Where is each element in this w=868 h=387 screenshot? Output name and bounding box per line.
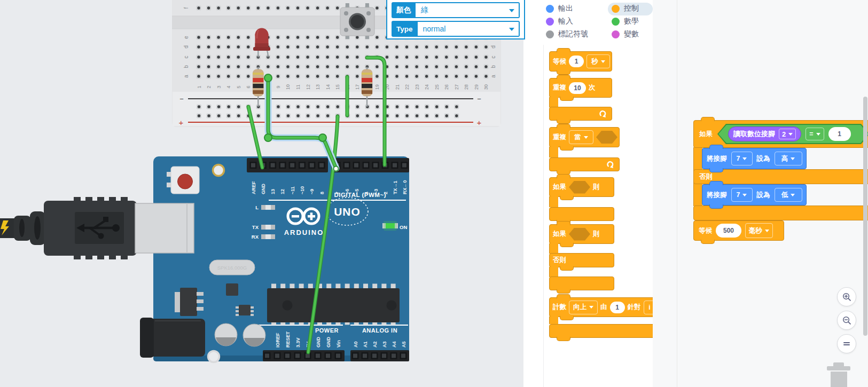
category-control[interactable]: 控制 [612, 3, 639, 14]
rail-minus-symbol: − [477, 95, 481, 103]
svg-text:13: 13 [315, 84, 320, 90]
svg-text:3: 3 [216, 85, 222, 88]
wire-vertex[interactable] [319, 134, 326, 141]
palette-repeat-while-block[interactable]: 重複 當 [549, 127, 620, 147]
svg-text:30: 30 [483, 84, 489, 90]
palette-wait-block[interactable]: 等候 1 秒 [549, 51, 612, 72]
color-property-label: 顏色 [392, 2, 416, 18]
category-variables[interactable]: 變數 [612, 28, 639, 40]
svg-text:12: 12 [280, 189, 285, 194]
wait-value-input[interactable]: 500 [716, 224, 741, 238]
wire-vertex[interactable] [264, 134, 272, 141]
while-dropdown[interactable]: 當 [569, 130, 593, 144]
dropdown-caret-icon [509, 9, 514, 12]
svg-text:17: 17 [355, 84, 360, 90]
zoom-in-button[interactable] [837, 287, 856, 306]
color-dropdown[interactable]: 綠 [416, 2, 520, 18]
svg-text:~11: ~11 [290, 186, 295, 194]
empty-condition-slot[interactable] [569, 181, 590, 194]
category-dot [546, 30, 554, 38]
variable-dropdown[interactable]: i [644, 301, 653, 314]
pushbutton[interactable] [340, 3, 374, 39]
pin-dropdown[interactable]: 7 [731, 152, 753, 165]
category-output[interactable]: 輸出 [546, 3, 573, 14]
svg-text:c: c [183, 56, 189, 59]
operator-dropdown[interactable]: = [806, 128, 824, 140]
direction-dropdown[interactable]: 向上 [569, 301, 598, 314]
trash-icon [833, 362, 844, 366]
svg-text:RESET: RESET [285, 331, 291, 347]
palette-if-else-block[interactable]: 如果 則 [549, 224, 614, 244]
unit-dropdown[interactable]: 秒 [587, 54, 610, 68]
category-math[interactable]: 數學 [612, 15, 639, 27]
svg-text:a: a [490, 75, 496, 78]
pin-dropdown[interactable]: 2 [779, 129, 796, 139]
empty-condition-slot[interactable] [596, 131, 617, 144]
dropdown-caret-icon [791, 157, 795, 160]
wire-vertex[interactable] [264, 74, 272, 82]
type-property-label: Type [392, 21, 418, 37]
read-digital-pin-block[interactable]: 讀取數位接腳 2 [728, 127, 801, 141]
svg-text:A5: A5 [401, 341, 406, 347]
vertical-scrollbar[interactable] [863, 97, 867, 336]
condition-hexagon[interactable]: 讀取數位接腳 2 = 1 [717, 124, 868, 144]
svg-text:25: 25 [434, 84, 440, 90]
set-pin-low-block[interactable]: 將接腳 7 設為 低 [702, 184, 807, 206]
svg-text:12: 12 [306, 84, 311, 90]
svg-text:A4: A4 [392, 341, 397, 347]
zoom-reset-button[interactable] [837, 334, 856, 353]
svg-text:GND: GND [326, 337, 331, 348]
usb-cable[interactable] [0, 197, 137, 259]
svg-text:2: 2 [206, 85, 212, 88]
block-palette: 輸出 輸入 標記符號 控制 數學 變數 等候 1 秒 重複 10 次 [523, 0, 653, 387]
led-l-label: L [255, 204, 259, 210]
palette-repeat-while-arm[interactable] [549, 157, 620, 171]
unit-dropdown[interactable]: 毫秒 [745, 223, 773, 238]
set-pin-high-block[interactable]: 將接腳 7 設為 高 [702, 148, 807, 169]
svg-text:~9: ~9 [309, 189, 315, 194]
svg-text:23: 23 [415, 84, 420, 90]
palette-repeat-block[interactable]: 重複 10 次 [549, 78, 612, 98]
else-label: 否則 [699, 172, 713, 181]
category-dot [612, 18, 620, 26]
if-block-header[interactable]: 如果 讀取數位接腳 2 = 1 [693, 120, 868, 148]
rail-plus-symbol: + [477, 118, 482, 127]
category-input[interactable]: 輸入 [546, 15, 573, 27]
svg-text:24: 24 [424, 84, 429, 90]
arduino-uno[interactable]: AREFGND1312~11~10~987~6~54~32TX→1RX←0IOR… [135, 156, 409, 362]
loop-arrow-icon [599, 110, 607, 118]
reporter-label: 讀取數位接腳 [733, 129, 775, 139]
category-notation[interactable]: 標記符號 [546, 28, 588, 40]
color-property-row: 顏色 綠 [392, 2, 520, 18]
palette-if-block[interactable]: 如果 則 [549, 177, 614, 197]
palette-repeat-arm[interactable] [549, 107, 612, 121]
usb-chip [226, 283, 238, 296]
level-dropdown[interactable]: 高 [775, 152, 802, 165]
rail-plus-symbol: + [179, 118, 184, 127]
palette-count-arm[interactable] [549, 324, 653, 338]
category-dot [612, 5, 620, 13]
svg-text:6: 6 [246, 85, 251, 88]
wire-endpoint[interactable] [334, 167, 339, 171]
svg-text:19: 19 [374, 84, 380, 90]
palette-if-else-arm[interactable] [549, 277, 614, 290]
pin-dropdown[interactable]: 7 [731, 188, 753, 202]
wait-ms-block[interactable]: 等候 500 毫秒 [693, 220, 784, 241]
palette-else-bar[interactable]: 否則 [549, 253, 614, 267]
dropdown-caret-icon [509, 28, 514, 31]
digital-title: DIGITAL (PWM~) [334, 192, 386, 198]
level-dropdown[interactable]: 低 [775, 188, 802, 202]
reset-button[interactable] [167, 167, 199, 194]
svg-text:28: 28 [464, 84, 469, 90]
empty-condition-slot[interactable] [569, 228, 590, 241]
rail-minus-symbol: − [179, 95, 184, 103]
svg-text:IOREF: IOREF [275, 333, 280, 347]
zoom-out-button[interactable] [837, 311, 856, 330]
compare-value-input[interactable]: 1 [828, 127, 851, 141]
palette-if-arm[interactable] [549, 207, 614, 221]
svg-text:10: 10 [285, 84, 291, 90]
type-dropdown[interactable]: normal [418, 21, 520, 37]
capacitor [215, 323, 237, 346]
svg-text:GND: GND [316, 337, 321, 348]
palette-count-block[interactable]: 計數 向上 由 1 針對 i 從 [549, 297, 653, 317]
